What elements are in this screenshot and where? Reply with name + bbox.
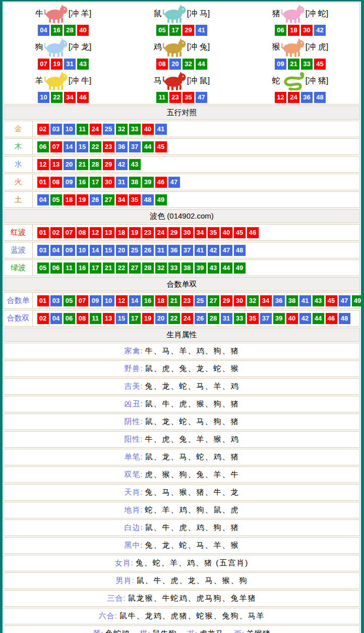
number-ball: 38	[286, 295, 298, 306]
attribute-row-阴性: 阴性:鼠、龙、蛇、马、狗、猪	[4, 413, 360, 430]
attribute-label: 六合:	[98, 611, 117, 621]
number-ball: 43	[313, 295, 324, 306]
number-ball: 23	[142, 227, 154, 238]
clash-label: [冲 猪]	[306, 76, 328, 86]
dog-icon	[44, 38, 68, 57]
zodiac-name: 蛇	[272, 76, 280, 86]
number-ball: 29	[168, 227, 180, 238]
number-ball: 46	[326, 313, 337, 324]
number-ball: 15	[103, 245, 114, 256]
number-ball: 46	[247, 227, 259, 238]
number-ball: 41	[155, 124, 167, 135]
number-ball: 22	[116, 262, 128, 274]
zodiac-name: 鸡	[154, 42, 162, 52]
number-ball: 26	[90, 194, 101, 205]
number-ball: 14	[129, 295, 141, 306]
row-label: 合数双	[4, 310, 33, 326]
number-ball: 09	[90, 295, 101, 306]
clash-label: [冲 马]	[187, 9, 210, 19]
zodiac-numbers: 12243648	[274, 92, 326, 103]
number-ball: 15	[77, 141, 88, 152]
number-ball: 05	[37, 262, 49, 274]
five-elements-header: 五行对照	[4, 106, 360, 120]
number-ball: 16	[51, 25, 63, 36]
number-ball: 12	[37, 159, 49, 170]
number-ball: 45	[326, 295, 337, 306]
number-ball: 46	[155, 177, 167, 188]
number-ball: 10	[103, 295, 114, 306]
zodiac-cell-猴: 猴[冲 虎]09213345	[241, 37, 359, 70]
attribute-value: 兔、龙、蛇、马、羊、鸡	[145, 382, 239, 391]
zodiac-name: 牛	[35, 9, 43, 19]
zodiac-name: 狗	[35, 42, 43, 52]
number-ball: 26	[142, 245, 154, 256]
number-ball: 49	[352, 295, 363, 306]
number-ball: 26	[195, 313, 206, 324]
rooster-icon	[163, 38, 186, 57]
zodiac-attributes-table: 家禽:牛、马、羊、鸡、狗、猪野兽:鼠、虎、兔、龙、蛇、猴吉美:兔、龙、蛇、马、羊…	[4, 343, 360, 633]
row-label: 火	[4, 174, 33, 190]
number-ball: 21	[168, 295, 180, 306]
number-ball: 33	[234, 313, 246, 324]
clash-label: [冲 虎]	[306, 42, 328, 52]
number-ball: 36	[116, 141, 128, 152]
number-ball: 42	[314, 25, 326, 36]
number-ball: 25	[129, 245, 141, 256]
wave-colors-header: 波色 (014902.com)	[4, 209, 360, 223]
attribute-value: 牛、马、羊、鸡、狗、猪	[145, 346, 239, 356]
number-ball: 14	[90, 245, 101, 256]
zodiac-cell-羊: 羊[冲 牛]10223446	[4, 70, 123, 103]
attribute-label: 单笔:	[124, 452, 143, 462]
zodiac-cell-猪: 猪[冲 蛇]06183042	[241, 3, 359, 36]
attribute-row-天肖: 天肖:兔、马、猴、猪、牛、龙	[4, 484, 360, 501]
attribute-label: 凶丑:	[124, 399, 143, 409]
number-ball: 31	[64, 59, 76, 70]
number-ball: 34	[195, 227, 206, 238]
number-ball: 19	[142, 313, 154, 324]
number-ball: 40	[221, 227, 232, 238]
number-ball: 34	[64, 92, 76, 103]
row-numbers: 1213202128294243	[33, 159, 141, 170]
attribute-label: 地肖:	[124, 505, 143, 515]
number-ball: 11	[156, 92, 168, 103]
number-ball: 31	[116, 177, 128, 188]
attribute-row-双笔: 双笔:虎、猴、狗、兔、羊、牛	[4, 466, 360, 483]
zodiac-reference-page: 牛[冲 羊]04162840鼠[冲 马]05172941猪[冲 蛇]061830…	[0, 0, 364, 633]
number-ball: 42	[116, 159, 128, 170]
number-ball: 17	[90, 262, 101, 274]
number-ball: 49	[234, 262, 246, 274]
attribute-value: 鼠、牛、虎、猴、狗、猪	[145, 399, 239, 409]
attribute-label: 天肖:	[124, 488, 143, 497]
row-numbers: 03040910141520252631363741424748	[33, 245, 246, 256]
number-ball: 23	[181, 295, 193, 306]
number-ball: 32	[116, 124, 128, 135]
number-ball: 24	[288, 92, 299, 103]
number-ball: 36	[301, 92, 313, 103]
number-ball: 16	[142, 295, 154, 306]
number-ball: 04	[38, 25, 49, 36]
number-ball: 47	[339, 295, 350, 306]
number-ball: 33	[301, 59, 313, 70]
number-ball: 44	[221, 262, 232, 274]
element-row-土: 土04051819262734354849	[4, 191, 360, 208]
number-ball: 49	[155, 194, 167, 205]
number-ball: 40	[142, 124, 154, 135]
clash-label: [冲 羊]	[69, 9, 91, 19]
goat-icon	[44, 71, 68, 90]
arts-pair-棋: 棋:鼠牛狗	[140, 629, 176, 633]
number-ball: 17	[169, 25, 181, 36]
zodiac-cell-牛: 牛[冲 羊]04162840	[4, 3, 123, 36]
number-ball: 09	[64, 177, 75, 188]
number-ball: 38	[129, 177, 141, 188]
horse-icon	[163, 71, 186, 90]
number-ball: 01	[37, 177, 49, 188]
number-ball: 19	[77, 194, 88, 205]
number-ball: 33	[129, 124, 141, 135]
number-ball: 13	[103, 313, 114, 324]
element-row-金: 金02031011242532334041	[4, 121, 360, 137]
number-ball: 10	[77, 245, 88, 256]
number-ball: 19	[51, 59, 63, 70]
attribute-row-吉美: 吉美:兔、龙、蛇、马、羊、鸡	[4, 378, 360, 395]
number-ball: 12	[116, 295, 128, 306]
number-ball: 45	[155, 141, 167, 152]
